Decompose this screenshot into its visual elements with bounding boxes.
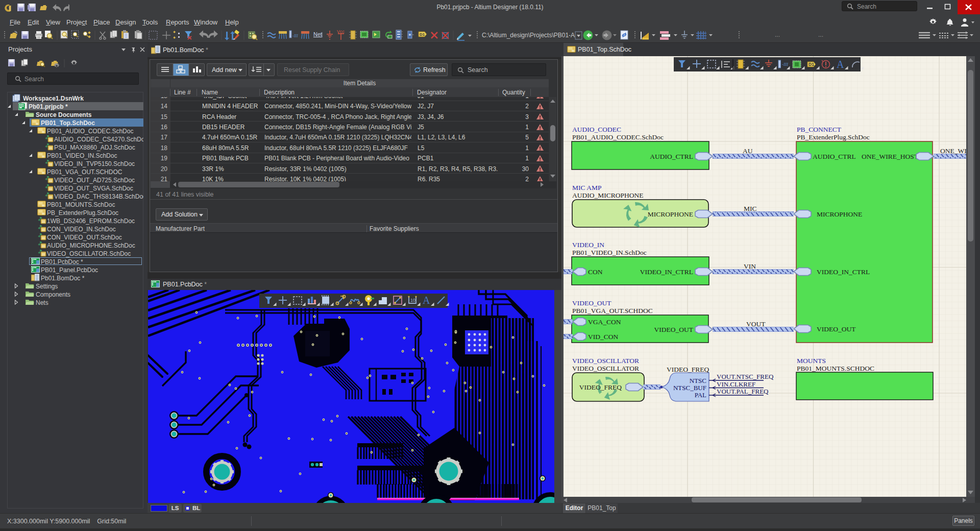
svg-text:AUDIO_CTRL: AUDIO_CTRL [813,153,856,160]
svg-text:VIDEO_OUT: VIDEO_OUT [572,299,611,307]
svg-text:MIC: MIC [744,205,757,212]
svg-text:VIDEO_OUT: VIDEO_OUT [654,326,694,333]
svg-text:Net: Net [313,31,322,37]
svg-text:VIN: VIN [744,262,756,270]
svg-text:-III: -III [782,62,789,67]
svg-text:MICROPHONE: MICROPHONE [817,210,862,218]
svg-text:PAL: PAL [695,391,706,399]
svg-text:ONE_WI: ONE_WI [940,147,966,155]
svg-text:A: A [423,295,430,306]
svg-text:CON: CON [588,268,603,276]
svg-text:AUDIO_MICROPHONE: AUDIO_MICROPHONE [572,191,644,199]
svg-text:...: ... [775,31,780,38]
svg-text:...: ... [818,31,823,38]
svg-text:MICROPHONE: MICROPHONE [648,210,693,218]
svg-text:D1: D1 [808,62,814,67]
svg-text:A: A [837,59,844,70]
svg-text:PB_ExtenderPlug.SchDoc: PB_ExtenderPlug.SchDoc [797,133,870,141]
svg-text:VIN.CLKREF: VIN.CLKREF [717,380,755,388]
svg-text:PB01_MOUNTS.SCHDOC: PB01_MOUNTS.SCHDOC [797,365,874,372]
svg-text:MIC AMP: MIC AMP [572,184,601,191]
svg-text:VOUT.NTSC_FREQ: VOUT.NTSC_FREQ [717,373,774,380]
svg-text:VIDEO_OUT: VIDEO_OUT [817,325,856,333]
svg-text:PB01_AUDIO_CODEC.SchDoc: PB01_AUDIO_CODEC.SchDoc [572,133,664,141]
svg-text:PB01_VIDEO_IN.SchDoc: PB01_VIDEO_IN.SchDoc [572,249,647,256]
svg-text:AUDIO_CTRL: AUDIO_CTRL [650,153,693,160]
svg-text:D1: D1 [420,32,425,37]
svg-text:C:\Altium_design\Projects\PB01: C:\Altium_design\Projects\PB01-A [482,32,575,39]
svg-text:-III: -III [292,34,298,38]
svg-text:AUDIO_CODEC: AUDIO_CODEC [572,126,621,133]
svg-text:PB01_VGA_OUT.SCHDOC: PB01_VGA_OUT.SCHDOC [572,307,653,315]
svg-text:ONE_WIRE_HOST: ONE_WIRE_HOST [862,153,919,160]
svg-text:VIDEO_OSCILLATOR: VIDEO_OSCILLATOR [572,365,639,372]
svg-text:VID_CON: VID_CON [588,333,618,341]
svg-text:VIDEO_IN_CTRL: VIDEO_IN_CTRL [640,268,693,276]
svg-text:PB_CONNECT: PB_CONNECT [797,126,842,133]
svg-text:VOUT: VOUT [746,320,766,328]
svg-text:VGA_CON: VGA_CON [588,318,621,326]
svg-text:VIDEO_FREQ: VIDEO_FREQ [667,366,709,373]
svg-text:AU: AU [743,147,753,155]
svg-text:NTSC_BUF: NTSC_BUF [673,384,706,392]
svg-text:VIDEO_IN: VIDEO_IN [572,241,604,249]
svg-text:MOUNTS: MOUNTS [797,357,826,365]
svg-text:VIDEO_IN_CTRL: VIDEO_IN_CTRL [817,268,870,276]
svg-text:VOUT.PAL_FREQ: VOUT.PAL_FREQ [717,388,769,395]
svg-text:VIDEO_FREQ: VIDEO_FREQ [579,383,622,391]
svg-text:10: 10 [410,298,415,303]
svg-text:NTSC: NTSC [690,377,706,384]
svg-text:VIDEO_OSCILLATOR: VIDEO_OSCILLATOR [572,357,639,365]
